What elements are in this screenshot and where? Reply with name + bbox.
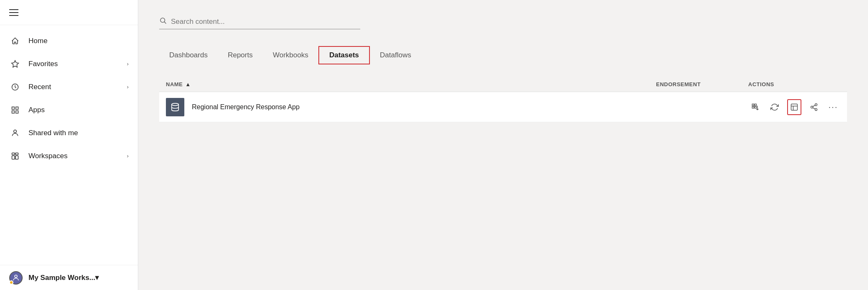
search-bar: [159, 17, 360, 29]
chevron-right-icon: ›: [127, 61, 129, 67]
svg-rect-18: [754, 106, 756, 108]
sidebar-item-label-recent: Recent: [28, 83, 127, 91]
sidebar-item-label-home: Home: [28, 37, 129, 45]
workspace-label: My Sample Works...: [28, 274, 95, 282]
svg-line-28: [813, 108, 815, 109]
svg-line-29: [813, 105, 815, 106]
sidebar-item-apps[interactable]: Apps: [0, 98, 138, 121]
table-row: Regional Emergency Response App: [159, 92, 847, 122]
col-header-name: NAME ▲: [166, 81, 656, 87]
svg-point-26: [811, 106, 813, 108]
svg-rect-3: [16, 107, 18, 109]
share-button[interactable]: [806, 99, 821, 115]
tab-dataflows[interactable]: Dataflows: [370, 47, 421, 64]
workspace-dot: [9, 280, 13, 285]
sidebar-item-label-apps: Apps: [28, 106, 129, 114]
chevron-down-icon: ▾: [95, 273, 99, 282]
svg-rect-10: [16, 156, 18, 159]
clock-icon: [9, 83, 21, 91]
svg-line-13: [164, 22, 166, 23]
svg-rect-8: [16, 153, 18, 154]
refresh-button[interactable]: [767, 99, 782, 115]
col-header-endorsement: ENDORSEMENT: [656, 81, 748, 87]
create-report-button[interactable]: [787, 99, 802, 115]
svg-rect-7: [12, 153, 15, 154]
svg-point-6: [14, 130, 17, 133]
svg-rect-4: [12, 110, 15, 113]
tabs-bar: Dashboards Reports Workbooks Datasets Da…: [159, 46, 847, 64]
main-panel: Dashboards Reports Workbooks Datasets Da…: [138, 0, 868, 290]
sidebar-item-recent[interactable]: Recent ›: [0, 75, 138, 98]
hamburger-menu-button[interactable]: [9, 9, 18, 16]
svg-point-12: [160, 18, 165, 23]
tab-dashboards[interactable]: Dashboards: [159, 47, 218, 64]
sidebar-item-label-favorites: Favorites: [28, 60, 127, 68]
tab-workbooks[interactable]: Workbooks: [263, 47, 318, 64]
sidebar-header: [0, 0, 138, 25]
star-icon: [9, 60, 21, 68]
row-dataset-name: Regional Emergency Response App: [192, 103, 656, 111]
tab-reports[interactable]: Reports: [218, 47, 263, 64]
svg-rect-2: [12, 107, 15, 109]
apps-icon: [9, 106, 21, 114]
svg-point-11: [15, 275, 17, 277]
svg-rect-17: [752, 106, 754, 108]
person-icon: [9, 129, 21, 137]
sidebar-item-label-shared: Shared with me: [28, 129, 129, 137]
svg-rect-22: [791, 104, 798, 110]
chevron-right-icon: ›: [127, 84, 129, 90]
sidebar-item-shared[interactable]: Shared with me: [0, 121, 138, 144]
search-input[interactable]: [171, 18, 360, 26]
analyze-excel-button[interactable]: [748, 99, 762, 115]
svg-point-14: [172, 103, 179, 105]
sort-asc-icon: ▲: [185, 81, 191, 87]
search-icon: [159, 17, 167, 26]
main-content: Dashboards Reports Workbooks Datasets Da…: [138, 0, 868, 290]
sidebar: Home Favorites › Recent ›: [0, 0, 138, 290]
col-header-actions: ACTIONS: [748, 81, 840, 87]
tab-datasets[interactable]: Datasets: [318, 46, 370, 64]
workspaces-icon: [9, 152, 21, 160]
svg-point-25: [815, 103, 817, 105]
svg-point-27: [815, 108, 817, 110]
chevron-right-icon: ›: [127, 153, 129, 159]
sidebar-item-label-workspaces: Workspaces: [28, 152, 127, 160]
more-options-button[interactable]: ···: [826, 99, 840, 115]
sidebar-nav: Home Favorites › Recent ›: [0, 25, 138, 265]
home-icon: [9, 37, 21, 45]
sidebar-item-favorites[interactable]: Favorites ›: [0, 52, 138, 75]
avatar: [9, 271, 23, 285]
sidebar-item-home[interactable]: Home: [0, 29, 138, 52]
svg-rect-15: [752, 104, 754, 105]
svg-rect-5: [16, 110, 18, 113]
row-actions: ···: [748, 99, 840, 115]
svg-marker-0: [12, 60, 19, 67]
svg-rect-9: [12, 156, 15, 159]
workspace-item[interactable]: My Sample Works... ▾: [0, 265, 138, 290]
svg-rect-16: [754, 104, 756, 105]
dataset-icon: [166, 98, 184, 116]
sidebar-item-workspaces[interactable]: Workspaces ›: [0, 144, 138, 167]
table-header: NAME ▲ ENDORSEMENT ACTIONS: [159, 77, 847, 92]
